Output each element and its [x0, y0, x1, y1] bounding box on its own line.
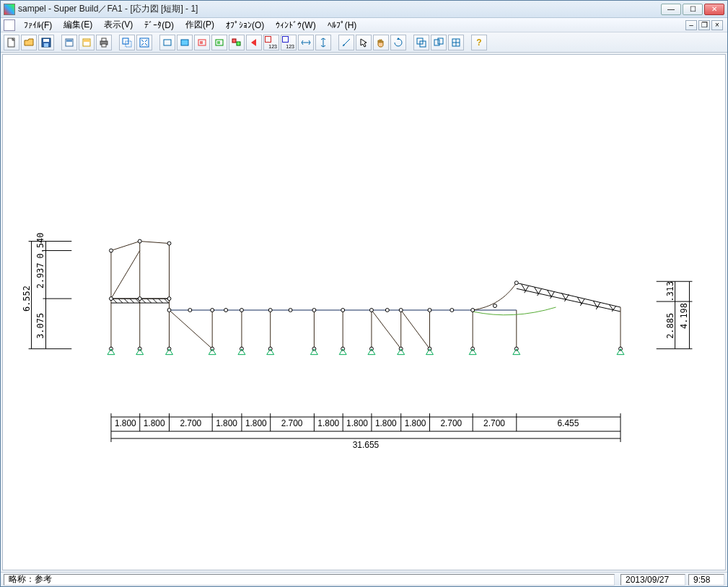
app-window: sampel - Super Build／FA1 - [応力図 [短期] - 1… [0, 0, 728, 587]
maximize-button[interactable]: ☐ [683, 4, 703, 15]
save-button[interactable] [38, 35, 54, 50]
mdi-minimize-button[interactable]: – [685, 20, 697, 30]
fit-vert-button[interactable] [315, 35, 331, 50]
layer-icon [416, 37, 426, 48]
svg-rect-2 [43, 39, 49, 42]
svg-point-72 [428, 309, 431, 312]
menu-data[interactable]: ﾃﾞｰﾀ(D) [139, 19, 180, 32]
layer-1-button[interactable] [413, 35, 429, 50]
next-page-button[interactable] [79, 35, 95, 50]
svg-point-96 [167, 242, 171, 245]
close-button[interactable]: ✕ [704, 4, 724, 15]
menu-window[interactable]: ｳｨﾝﾄﾞｳ(W) [270, 19, 321, 32]
layer-3-button[interactable] [448, 35, 464, 50]
zoom-extents-icon [139, 37, 149, 48]
help-icon: ? [476, 37, 481, 48]
measure-button[interactable] [338, 35, 354, 50]
app-icon [4, 4, 15, 15]
dim-b8: 1.800 [346, 418, 368, 428]
mdi-system-icon[interactable] [4, 19, 15, 31]
svg-point-62 [211, 309, 214, 312]
layer-2-button[interactable] [431, 35, 447, 50]
svg-point-69 [369, 309, 373, 312]
menu-help[interactable]: ﾍﾙﾌﾟ(H) [322, 19, 363, 32]
prev-page-button[interactable] [61, 35, 77, 50]
status-date: 2013/09/27 [620, 574, 685, 586]
svg-line-51 [551, 291, 555, 299]
arrow-left-icon [249, 37, 259, 48]
status-time: 9:58 [688, 574, 724, 586]
dim-left-3: 0.540 [35, 233, 45, 259]
zoom-window-icon [122, 37, 132, 48]
rect-red-icon [197, 37, 207, 48]
select-button[interactable] [356, 35, 372, 50]
svg-point-64 [240, 309, 243, 312]
menu-draw[interactable]: 作図(P) [180, 17, 220, 32]
view-3-button[interactable] [194, 35, 210, 50]
menu-file[interactable]: ﾌｧｲﾙ(F) [18, 19, 58, 32]
menu-edit[interactable]: 編集(E) [58, 17, 98, 32]
menu-view[interactable]: 表示(V) [98, 17, 139, 32]
pan-button[interactable] [373, 35, 389, 50]
svg-point-95 [138, 239, 141, 243]
svg-point-74 [471, 309, 475, 312]
svg-point-65 [268, 309, 272, 312]
drawing-area[interactable]: 6.552 3.075 2.937 0.540 4.198 2.885 .313 [2, 54, 726, 570]
zoom-extents-button[interactable] [136, 35, 152, 50]
view-1-button[interactable] [159, 35, 175, 50]
dim-b5: 1.800 [245, 418, 267, 428]
layer2-icon [434, 37, 444, 48]
svg-point-75 [493, 304, 496, 308]
svg-line-39 [130, 299, 134, 303]
svg-line-42 [147, 299, 152, 303]
view-6-button[interactable] [246, 35, 262, 50]
rect-fill-icon [180, 37, 190, 48]
dim-b11: 2.700 [440, 418, 462, 428]
view-2-button[interactable] [177, 35, 193, 50]
rect-icon [162, 37, 172, 48]
titlebar: sampel - Super Build／FA1 - [応力図 [短期] - 1… [1, 1, 727, 18]
window-title: sampel - Super Build／FA1 - [応力図 [短期] - 1… [18, 3, 661, 15]
svg-rect-19 [237, 42, 240, 45]
svg-rect-8 [102, 44, 106, 47]
svg-rect-23 [438, 38, 443, 44]
minimize-button[interactable]: — [661, 4, 681, 15]
dim-b1: 1.800 [115, 418, 136, 428]
print-button[interactable] [96, 35, 112, 50]
measure-icon [341, 37, 351, 48]
dim-b2: 1.800 [144, 418, 165, 428]
svg-line-57 [596, 302, 600, 309]
svg-point-70 [385, 309, 389, 312]
svg-rect-11 [140, 38, 149, 47]
view-4-button[interactable] [211, 35, 227, 50]
mdi-close-button[interactable]: × [711, 20, 723, 30]
menu-option[interactable]: ｵﾌﾟｼｮﾝ(O) [220, 19, 270, 32]
mdi-restore-button[interactable]: ❐ [698, 20, 710, 30]
dim-b6: 2.700 [281, 418, 303, 428]
view-5-button[interactable] [229, 35, 245, 50]
svg-rect-15 [200, 41, 203, 44]
svg-point-94 [109, 249, 113, 252]
dim-b4: 1.800 [216, 418, 237, 428]
svg-point-66 [289, 309, 292, 312]
new-button[interactable] [4, 35, 19, 50]
label-a-button[interactable]: 123 [263, 35, 279, 50]
svg-point-68 [341, 309, 345, 312]
svg-line-43 [153, 299, 157, 303]
help-button[interactable]: ? [471, 35, 487, 50]
svg-rect-12 [164, 40, 171, 45]
rect-green-icon [214, 37, 224, 48]
mdi-buttons: – ❐ × [685, 20, 724, 30]
stress-diagram-canvas: 6.552 3.075 2.937 0.540 4.198 2.885 .313 [3, 55, 725, 570]
rotate-button[interactable] [390, 35, 406, 50]
svg-point-92 [138, 297, 141, 301]
cursor-icon [359, 37, 369, 48]
zoom-window-button[interactable] [119, 35, 135, 50]
fit-horiz-button[interactable] [298, 35, 314, 50]
svg-line-37 [118, 299, 123, 303]
open-button[interactable] [21, 35, 37, 50]
fit-v-icon [318, 37, 328, 48]
label-b-button[interactable]: 123 [281, 35, 297, 50]
svg-line-49 [538, 288, 542, 296]
svg-rect-13 [181, 40, 188, 45]
